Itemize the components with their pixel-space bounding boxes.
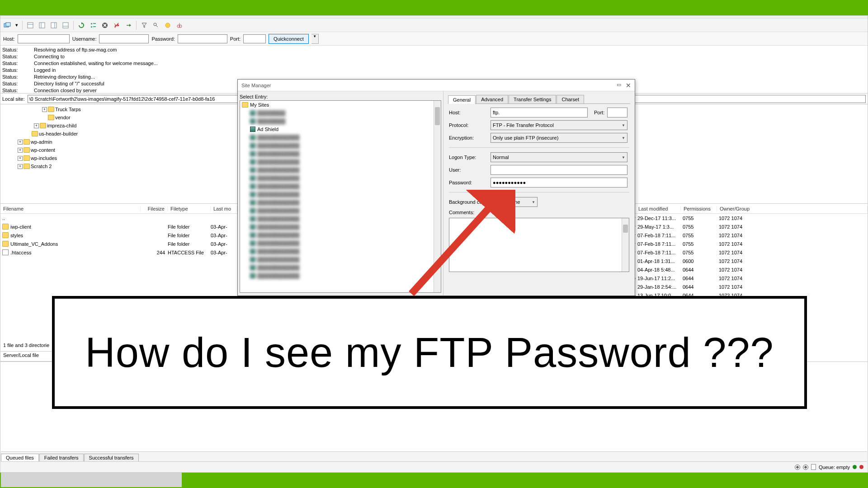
taskbar-highlight xyxy=(1,473,182,487)
toggle-remote-tree-button[interactable] xyxy=(49,20,59,30)
tab-advanced[interactable]: Advanced xyxy=(476,95,508,103)
tab-failed-transfers[interactable]: Failed transfers xyxy=(39,454,84,461)
compare-button[interactable] xyxy=(151,20,161,30)
filter-button[interactable] xyxy=(139,20,149,30)
refresh-button[interactable] xyxy=(76,20,86,30)
password-label: Password: xyxy=(151,36,175,42)
local-directory-tree[interactable]: +Truck Tarpsvendor+impreza-childus-heade… xyxy=(0,104,238,203)
dialog-tabs: General Advanced Transfer Settings Chars… xyxy=(448,93,630,104)
form-bgcolor-label: Background color: xyxy=(449,199,503,205)
col-remote-mod[interactable]: Last modified xyxy=(636,206,681,211)
tree-node[interactable]: us-header-builder xyxy=(1,130,236,138)
site-manager-dropdown[interactable]: ▾ xyxy=(14,20,19,30)
sync-browse-button[interactable] xyxy=(163,20,173,30)
file-row[interactable]: .. xyxy=(0,214,237,222)
queue-settings-icon[interactable] xyxy=(803,465,808,470)
toggle-queue-button[interactable] xyxy=(61,20,71,30)
port-label: Port: xyxy=(230,36,241,42)
reconnect-button[interactable] xyxy=(123,20,133,30)
queue-status-text: Queue: empty xyxy=(819,465,850,470)
tab-general[interactable]: General xyxy=(448,95,476,104)
tree-node[interactable]: +wp-includes xyxy=(1,154,236,162)
settings-icon[interactable] xyxy=(795,465,800,470)
port-input[interactable] xyxy=(243,34,266,43)
form-password-input[interactable] xyxy=(491,178,627,188)
dialog-title-text: Site Manager xyxy=(241,83,271,88)
host-input[interactable] xyxy=(18,34,70,43)
site-manager-dialog: Site Manager ▭ ✕ Select Entry: My Sites … xyxy=(237,79,635,296)
col-lastmod[interactable]: Last mo xyxy=(211,206,237,211)
local-file-header: Filename Filesize Filetype Last mo xyxy=(0,204,237,214)
col-filename[interactable]: Filename xyxy=(0,206,141,211)
status-bar: Queue: empty xyxy=(1,461,867,472)
local-site-label: Local site: xyxy=(2,96,25,102)
svg-point-16 xyxy=(179,25,182,28)
form-user-input[interactable] xyxy=(491,165,627,175)
tree-node[interactable]: +impreza-child xyxy=(1,122,236,130)
col-filetype[interactable]: Filetype xyxy=(168,206,211,211)
svg-line-13 xyxy=(156,25,158,27)
form-host-input[interactable] xyxy=(491,108,588,117)
form-comments-label: Comments: xyxy=(449,210,503,215)
find-button[interactable] xyxy=(175,20,184,30)
quickconnect-button[interactable]: Quickconnect xyxy=(269,34,309,44)
caption-overlay: How do I see my FTP Password ??? xyxy=(52,296,807,409)
site-entry-adshield[interactable]: Ad Shield xyxy=(257,127,278,132)
dialog-restore-icon[interactable]: ▭ xyxy=(617,82,621,89)
col-remote-owner[interactable]: Owner/Group xyxy=(717,206,868,211)
tab-charset[interactable]: Charset xyxy=(557,95,584,103)
site-icon xyxy=(250,127,255,132)
process-queue-button[interactable] xyxy=(88,20,98,30)
tab-queued-files[interactable]: Queued files xyxy=(1,454,39,461)
form-logon-select[interactable]: Normal▼ xyxy=(491,152,627,162)
form-host-label: Host: xyxy=(449,110,488,115)
tree-node[interactable]: +Truck Tarps xyxy=(1,105,236,113)
window-top-border xyxy=(0,0,868,15)
queue-icon xyxy=(811,464,816,470)
quickconnect-dropdown[interactable]: ▼ xyxy=(311,34,319,44)
folder-icon xyxy=(242,102,248,108)
form-logon-label: Logon Type: xyxy=(449,155,488,160)
caption-text: How do I see my FTP Password ??? xyxy=(85,329,774,376)
form-port-label: Port: xyxy=(594,110,604,115)
svg-rect-4 xyxy=(39,23,45,28)
tab-transfer-settings[interactable]: Transfer Settings xyxy=(509,95,556,103)
dialog-titlebar[interactable]: Site Manager ▭ ✕ xyxy=(238,80,635,91)
form-port-input[interactable] xyxy=(607,108,627,117)
tree-root-label[interactable]: My Sites xyxy=(250,102,269,108)
dialog-left-panel: Select Entry: My Sites ████████ ████████… xyxy=(238,91,443,296)
form-password-label: Password: xyxy=(449,180,488,185)
form-protocol-select[interactable]: FTP - File Transfer Protocol▼ xyxy=(491,120,627,130)
svg-point-14 xyxy=(165,23,170,28)
quickconnect-bar: Host: Username: Password: Port: Quickcon… xyxy=(0,32,868,46)
tree-node[interactable]: vendor xyxy=(1,113,236,122)
col-remote-perm[interactable]: Permissions xyxy=(681,206,717,211)
tree-node[interactable]: +Scratch 2 xyxy=(1,162,236,170)
form-protocol-label: Protocol: xyxy=(449,122,488,128)
tree-node[interactable]: +wp-content xyxy=(1,146,236,154)
toggle-local-tree-button[interactable] xyxy=(37,20,47,30)
site-entry-tree[interactable]: My Sites ████████ ████████ Ad Shield ███… xyxy=(240,100,441,293)
file-row[interactable]: stylesFile folder03-Apr- xyxy=(0,231,237,239)
col-filesize[interactable]: Filesize xyxy=(141,206,168,211)
file-row[interactable]: .htaccess244HTACCESS File03-Apr- xyxy=(0,248,237,257)
file-row[interactable]: Ultimate_VC_AddonsFile folder03-Apr- xyxy=(0,239,237,248)
cancel-button[interactable] xyxy=(100,20,110,30)
toggle-log-button[interactable] xyxy=(25,20,35,30)
comments-scrollbar[interactable] xyxy=(622,218,629,272)
entry-tree-scrollbar[interactable] xyxy=(434,101,441,292)
disconnect-button[interactable] xyxy=(112,20,122,30)
svg-rect-2 xyxy=(28,23,33,28)
form-encryption-select[interactable]: Only use plain FTP (insecure)▼ xyxy=(491,133,627,143)
form-bgcolor-select[interactable]: None▼ xyxy=(506,197,538,207)
password-input[interactable] xyxy=(178,34,227,43)
site-manager-button[interactable] xyxy=(2,20,12,30)
tree-node[interactable]: +wp-admin xyxy=(1,138,236,146)
activity-led-1 xyxy=(853,465,857,469)
username-input[interactable] xyxy=(99,34,149,43)
file-row[interactable]: iwp-clientFile folder03-Apr- xyxy=(0,222,237,231)
tab-successful-transfers[interactable]: Successful transfers xyxy=(84,454,139,461)
activity-led-2 xyxy=(859,465,863,469)
dialog-close-icon[interactable]: ✕ xyxy=(626,82,631,89)
form-comments-textarea[interactable] xyxy=(449,218,629,272)
